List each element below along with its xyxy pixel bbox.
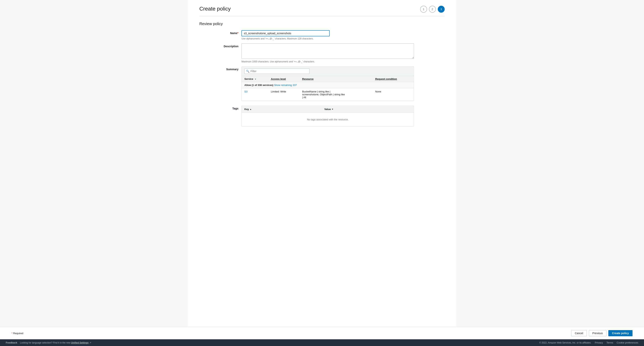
footer-left: Feedback Looking for language selection?… <box>6 341 91 344</box>
key-sort-header: Key ▲ <box>244 108 319 111</box>
col-value-label: Value <box>324 108 331 111</box>
tags-label: Tags <box>199 106 242 110</box>
show-remaining-link[interactable]: Show remaining 337 <box>274 84 297 86</box>
name-field-wrap: Use alphanumeric and '+=,.@-_' character… <box>242 30 414 40</box>
notification-text: Looking for language selection? Find it … <box>20 342 70 344</box>
page-header: Create policy 1 2 3 <box>199 6 445 16</box>
footer-right: © 2022, Amazon Web Services, Inc. or its… <box>539 341 638 344</box>
name-input[interactable] <box>242 30 330 36</box>
name-label: Name* <box>199 30 242 35</box>
col-key: Key ▲ <box>242 106 322 113</box>
terms-link[interactable]: Terms <box>606 341 613 344</box>
allow-row-text: Allow (1 of 338 services) <box>244 84 274 86</box>
page-title: Create policy <box>199 6 230 12</box>
feedback-link[interactable]: Feedback <box>6 341 17 344</box>
search-icon: 🔍 <box>246 70 249 73</box>
col-request-condition: Request condition <box>372 76 414 82</box>
col-request-condition-label: Request condition <box>375 77 397 80</box>
previous-button[interactable]: Previous <box>589 330 606 336</box>
value-sort-desc-icon: ▼ <box>332 108 334 110</box>
service-sort-icon: ▼ <box>254 78 256 80</box>
resource-cell: BucketName | string like |screenshotone,… <box>300 88 372 101</box>
no-tags-text: No tags associated with the resource. <box>244 115 411 124</box>
tags-container: Key ▲ Value ▼ <box>242 106 414 127</box>
required-note: * Required <box>12 332 23 335</box>
tags-header-row: Key ▲ Value ▼ <box>242 106 414 113</box>
summary-row: Summary 🔍 Service ▼ <box>199 66 445 101</box>
cookie-preferences-link[interactable]: Cookie preferences <box>616 341 638 344</box>
no-tags-row: No tags associated with the resource. <box>242 113 414 127</box>
summary-filter-bar: 🔍 <box>242 67 414 76</box>
step-2: 2 <box>429 6 436 13</box>
value-sort-header: Value ▼ <box>324 108 411 111</box>
name-hint: Use alphanumeric and '+=,.@-_' character… <box>242 37 414 40</box>
cancel-button[interactable]: Cancel <box>571 330 587 336</box>
copyright-text: © 2022, Amazon Web Services, Inc. or its… <box>539 342 591 344</box>
allow-row: Allow (1 of 338 services) Show remaining… <box>242 82 414 88</box>
summary-field-wrap: 🔍 Service ▼ Access level <box>242 66 414 101</box>
bottom-actions: Cancel Previous Create policy <box>571 330 632 336</box>
col-value: Value ▼ <box>322 106 414 113</box>
filter-input-wrap: 🔍 <box>244 68 310 74</box>
description-row: Description Maximum 1000 characters. Use… <box>199 43 445 63</box>
service-cell: S3 <box>242 88 268 101</box>
summary-label: Summary <box>199 66 242 71</box>
footer: Feedback Looking for language selection?… <box>0 339 644 346</box>
name-row: Name* Use alphanumeric and '+=,.@-_' cha… <box>199 30 445 40</box>
footer-notification: Looking for language selection? Find it … <box>20 342 91 344</box>
access-level-value: Limited: Write <box>271 90 286 93</box>
table-row: S3 Limited: Write BucketName | string li… <box>242 88 414 101</box>
required-note-text: Required <box>13 332 24 335</box>
col-resource-label: Resource <box>302 77 314 80</box>
col-resource: Resource <box>300 76 372 82</box>
s3-link[interactable]: S3 <box>244 90 248 93</box>
col-access-level-label: Access level <box>271 77 286 80</box>
description-hint: Maximum 1000 characters. Use alphanumeri… <box>242 60 414 63</box>
col-service-label: Service <box>244 77 253 80</box>
allow-row-cell: Allow (1 of 338 services) Show remaining… <box>242 82 414 88</box>
create-policy-button[interactable]: Create policy <box>608 330 632 336</box>
external-link-icon: ↗ <box>89 342 91 344</box>
request-condition-cell: None <box>372 88 414 101</box>
step-1: 1 <box>420 6 427 13</box>
access-level-cell: Limited: Write <box>268 88 300 101</box>
tags-row: Tags Key ▲ <box>199 106 445 127</box>
privacy-link[interactable]: Privacy <box>595 341 603 344</box>
request-condition-value: None <box>375 90 381 93</box>
col-access-level: Access level <box>268 76 300 82</box>
step-3: 3 <box>438 6 445 13</box>
no-tags-cell: No tags associated with the resource. <box>242 113 414 127</box>
section-title: Review policy <box>199 22 445 26</box>
step-indicators: 1 2 3 <box>420 6 445 13</box>
description-textarea[interactable] <box>242 43 414 59</box>
col-service[interactable]: Service ▼ <box>242 76 268 82</box>
key-sort-asc-icon: ▲ <box>250 108 252 110</box>
summary-container: 🔍 Service ▼ Access level <box>242 66 414 101</box>
summary-table: Service ▼ Access level Resource Request … <box>242 76 414 101</box>
tags-field-wrap: Key ▲ Value ▼ <box>242 106 414 127</box>
summary-table-header-row: Service ▼ Access level Resource Request … <box>242 76 414 82</box>
col-key-label: Key <box>244 108 249 111</box>
description-field-wrap: Maximum 1000 characters. Use alphanumeri… <box>242 43 414 63</box>
bottom-bar: * Required Cancel Previous Create policy <box>0 327 644 339</box>
description-label: Description <box>199 43 242 48</box>
unified-settings-link[interactable]: Unified Settings <box>71 342 88 344</box>
tags-table: Key ▲ Value ▼ <box>242 106 414 126</box>
resource-value: BucketName | string like |screenshotone,… <box>302 90 345 99</box>
filter-input[interactable] <box>250 70 308 73</box>
